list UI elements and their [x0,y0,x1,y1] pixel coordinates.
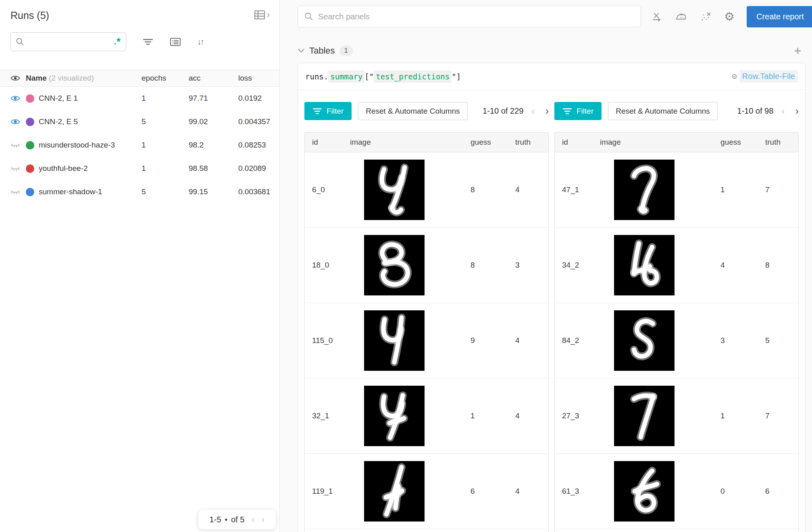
cell-truth: 6 [756,487,798,496]
filter-icon [312,108,322,114]
column-truth[interactable]: truth [756,138,798,147]
runs-search-box[interactable]: .* [10,32,126,51]
cell-guess: 4 [710,261,756,270]
filter-runs-button[interactable] [142,38,154,46]
cell-image[interactable] [344,310,460,371]
run-list-item[interactable]: CNN-2, E 5 5 99.02 0.004357 [0,110,279,133]
runs-search-input[interactable] [27,37,114,46]
panel-search-box[interactable] [298,6,641,27]
visibility-eye-open-icon[interactable] [10,94,20,103]
row-table-file-link[interactable]: Row.Table-File [739,70,798,83]
digit-7-plain-image [614,386,675,446]
workspace-settings-button[interactable]: ⚙ [724,11,735,23]
runs-column-epochs[interactable]: epochs [142,74,189,83]
cell-truth: 5 [756,336,798,345]
column-image[interactable]: image [594,138,710,147]
cell-guess: 1 [710,185,756,194]
table-prev-page-button[interactable]: ‹ [531,106,535,116]
x-axis-settings-button[interactable] [652,11,662,22]
column-id[interactable]: id [305,138,344,147]
cell-guess: 1 [710,411,756,420]
cell-image[interactable] [594,310,710,371]
run-list-item[interactable]: misunderstood-haze-3 1 98.2 0.08253 [0,133,279,157]
runs-column-name[interactable]: Name (2 visualized) [26,74,142,83]
cell-truth: 4 [506,487,548,496]
column-truth[interactable]: truth [506,138,548,147]
run-name: CNN-2, E 5 [39,117,142,126]
predictions-table-left: Filter Reset & Automate Columns 1-10 of … [304,102,549,532]
run-name: summer-shadow-1 [39,187,142,196]
column-image[interactable]: image [344,138,460,147]
filter-button[interactable]: Filter [554,102,602,120]
runs-table-expand-button[interactable]: › [254,10,270,20]
tables-section-title[interactable]: Tables [309,46,335,56]
table-row: 27_3 1 7 [555,378,798,454]
visibility-eye-closed-icon[interactable] [10,140,20,150]
table-header-row: id image guess truth [555,133,798,152]
add-panel-button[interactable]: + [794,44,802,57]
run-color-dot [26,118,34,126]
workspace-topbar: ⚙ Create report [280,0,812,27]
visibility-eye-open-icon[interactable] [10,117,20,127]
panel-expression-bar[interactable]: runs.summary["test_predictions"] ⚙ Row.T… [298,63,805,90]
caret-down-icon[interactable]: ▾ [225,517,228,523]
chevron-down-icon[interactable] [298,48,305,53]
smoothing-button[interactable] [675,11,687,22]
runs-column-loss[interactable]: loss [238,74,279,83]
cell-image[interactable] [594,386,710,446]
create-report-button[interactable]: Create report [747,6,812,27]
runs-page-range[interactable]: 1-5 [210,515,221,524]
filter-button[interactable]: Filter [304,102,352,120]
reset-automate-columns-button[interactable]: Reset & Automate Columns [608,102,717,120]
cell-image[interactable] [594,461,710,522]
cell-image[interactable] [344,160,460,220]
expression-prefix: runs. [305,72,328,81]
run-list-item[interactable]: CNN-2, E 1 1 97.71 0.0192 [0,87,279,110]
column-guess[interactable]: guess [710,138,756,147]
panel-gear-icon[interactable]: ⚙ [732,72,737,81]
prev-page-button[interactable]: ‹ [251,515,254,524]
table-next-page-button[interactable]: › [545,106,549,116]
cell-id: 47_1 [555,185,594,194]
table-body: 47_1 1 7 34_2 4 8 84_2 3 5 27_3 1 7 61_3… [555,152,798,532]
table-row: 18_0 8 3 [305,228,548,303]
cell-image[interactable] [594,235,710,295]
sort-runs-button[interactable]: ↓↑ [197,37,203,47]
table-prev-page-button[interactable]: ‹ [781,106,785,116]
column-guess[interactable]: guess [460,138,506,147]
gear-icon: ⚙ [724,11,735,23]
next-page-button[interactable]: › [261,515,264,524]
runs-page-total: of 5 [231,515,244,524]
reset-automate-columns-button[interactable]: Reset & Automate Columns [358,102,467,120]
wandb-workspace: Runs (5) › .* [0,0,812,532]
panel-search-input[interactable] [318,12,634,21]
run-name: CNN-2, E 1 [39,94,142,103]
regex-toggle-icon[interactable]: .* [114,36,121,48]
runs-sidebar: Runs (5) › .* [0,0,280,532]
run-list-item[interactable]: youthful-bee-2 1 98.58 0.02089 [0,157,279,180]
digit-4-open-image [364,310,425,371]
visibility-eye-closed-icon[interactable] [10,164,20,173]
cell-truth: 4 [506,411,548,420]
column-id[interactable]: id [555,138,594,147]
table-pagination-label: 1-10 of 98 [737,106,773,116]
table-row: 61_3 0 6 [555,454,798,529]
cell-image[interactable] [344,386,460,446]
visibility-eye-closed-icon[interactable] [10,187,20,197]
cell-image[interactable] [594,160,710,220]
run-acc: 97.71 [189,94,238,103]
columns-settings-button[interactable] [170,37,181,46]
digit-4-hook-image [364,386,425,446]
cell-image[interactable] [344,235,460,295]
expression-close: "] [452,72,461,81]
cell-guess: 8 [460,261,506,270]
cell-guess: 3 [710,336,756,345]
run-acc: 99.02 [189,117,238,126]
cell-image[interactable] [344,461,460,522]
cell-id: 61_3 [555,487,594,496]
digit-3-loop-image [364,235,425,295]
run-list-item[interactable]: summer-shadow-1 5 99.15 0.003681 [0,180,279,204]
table-next-page-button[interactable]: › [795,106,799,116]
runs-column-acc[interactable]: acc [189,74,238,83]
outliers-button[interactable] [700,11,711,22]
